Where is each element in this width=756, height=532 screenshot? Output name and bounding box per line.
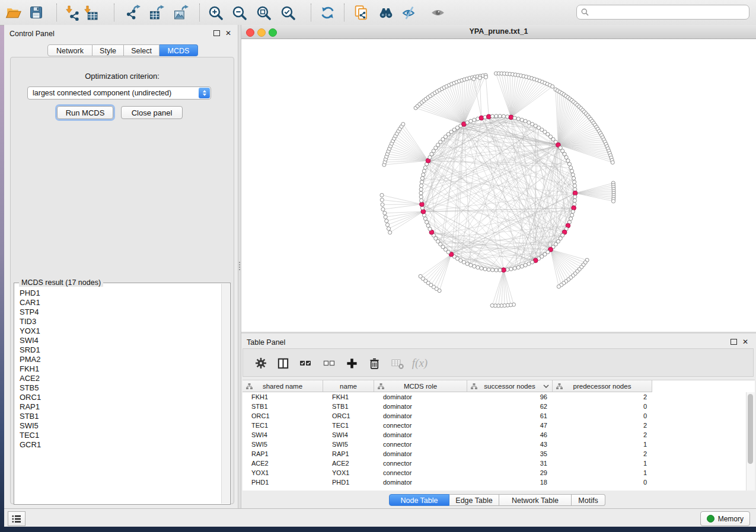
export-image-button[interactable]	[171, 2, 191, 23]
table-row[interactable]: RAP1RAP1dominator352	[243, 449, 652, 459]
mcds-result-item[interactable]: TEC1	[20, 431, 222, 440]
graph-leaf-node[interactable]	[381, 207, 385, 211]
export-network-button[interactable]	[123, 2, 143, 23]
graph-node[interactable]	[473, 265, 476, 268]
graph-node[interactable]	[491, 268, 495, 272]
tab-select[interactable]: Select	[124, 44, 160, 56]
mcds-result-item[interactable]: ORC1	[20, 393, 222, 402]
graph-node[interactable]	[498, 268, 502, 272]
graph-node[interactable]	[520, 118, 524, 121]
graph-node[interactable]	[573, 198, 576, 202]
graph-leaf-node[interactable]	[611, 161, 614, 164]
mcds-result-item[interactable]: SWI4	[20, 336, 222, 345]
graph-node[interactable]	[469, 264, 473, 267]
table-settings-button[interactable]	[252, 354, 270, 372]
graph-leaf-node[interactable]	[381, 203, 384, 206]
graph-node[interactable]	[524, 119, 527, 123]
mcds-result-item[interactable]: TID3	[20, 317, 222, 326]
graph-node[interactable]	[573, 180, 576, 184]
graph-node[interactable]	[573, 184, 576, 187]
graph-leaf-node[interactable]	[384, 215, 387, 219]
graph-node[interactable]	[570, 213, 574, 217]
tab-style[interactable]: Style	[92, 44, 124, 56]
graph-leaf-node[interactable]	[478, 76, 481, 79]
graph-node[interactable]	[495, 268, 498, 272]
memory-button[interactable]: Memory	[700, 511, 750, 526]
graph-node[interactable]	[473, 118, 476, 121]
graph-node[interactable]	[422, 169, 426, 173]
graph-node[interactable]	[566, 159, 570, 162]
search-input[interactable]	[589, 8, 739, 17]
mcds-result-item[interactable]: STB1	[20, 412, 222, 421]
graph-node[interactable]	[516, 117, 520, 121]
graph-node[interactable]	[531, 260, 534, 264]
graph-node[interactable]	[502, 114, 505, 118]
graph-leaf-node[interactable]	[611, 200, 615, 203]
graph-node[interactable]	[476, 265, 480, 269]
deselect-all-button[interactable]	[320, 354, 338, 372]
select-all-button[interactable]	[296, 354, 314, 372]
table-scrollbar[interactable]	[746, 392, 755, 491]
graph-node[interactable]	[491, 114, 495, 118]
graph-node[interactable]	[513, 116, 516, 120]
graph-leaf-node[interactable]	[419, 274, 422, 278]
mcds-result-item[interactable]: SWI5	[20, 421, 222, 431]
graph-node[interactable]	[572, 177, 576, 180]
graph-leaf-node[interactable]	[557, 285, 560, 289]
mcds-result-item[interactable]: YOX1	[20, 326, 222, 336]
graph-node[interactable]	[570, 169, 574, 173]
tab-edge-table[interactable]: Edge Table	[449, 494, 499, 506]
float-panel-icon[interactable]	[213, 30, 220, 36]
graph-node[interactable]	[480, 267, 483, 270]
graph-node[interactable]	[498, 114, 502, 118]
hide-selected-button[interactable]	[399, 2, 419, 23]
graph-hub-node[interactable]	[502, 268, 506, 273]
tab-mcds[interactable]: MCDS	[160, 44, 198, 56]
column-header-MCDS-role[interactable]: MCDS role	[374, 380, 467, 392]
table-row[interactable]: FKH1FKH1dominator962	[243, 392, 652, 402]
mcds-result-item[interactable]: GCR1	[20, 440, 222, 450]
search-field[interactable]	[576, 5, 749, 20]
graph-hub-node[interactable]	[420, 202, 425, 207]
mcds-result-scrollbar[interactable]	[221, 284, 229, 504]
graph-hub-node[interactable]	[509, 115, 513, 120]
table-row[interactable]: YOX1YOX1connector291	[243, 468, 652, 477]
graph-node[interactable]	[513, 267, 516, 270]
clone-network-button[interactable]	[351, 2, 371, 23]
graph-leaf-node[interactable]	[380, 198, 384, 201]
graph-node[interactable]	[569, 217, 573, 220]
graph-node[interactable]	[483, 267, 487, 271]
graph-node[interactable]	[423, 166, 427, 169]
graph-node[interactable]	[419, 188, 423, 191]
network-canvas[interactable]	[241, 39, 756, 332]
graph-hub-node[interactable]	[421, 209, 426, 214]
show-all-button[interactable]	[428, 2, 448, 23]
import-network-button[interactable]	[62, 2, 82, 23]
graph-leaf-node[interactable]	[388, 230, 392, 234]
mcds-result-item[interactable]: PHD1	[20, 289, 222, 298]
table-row[interactable]: STB1STB1dominator620	[243, 402, 652, 411]
graph-hub-node[interactable]	[572, 206, 576, 210]
graph-leaf-node[interactable]	[551, 85, 554, 88]
graph-leaf-node[interactable]	[387, 227, 390, 230]
graph-node[interactable]	[495, 114, 498, 118]
close-panel-icon[interactable]: ✕	[742, 339, 748, 345]
mcds-result-item[interactable]: CAR1	[20, 298, 222, 307]
import-table-button[interactable]	[80, 2, 100, 23]
graph-node[interactable]	[422, 173, 425, 177]
export-table-button[interactable]	[146, 2, 167, 23]
graph-leaf-node[interactable]	[484, 75, 487, 79]
tab-network-table[interactable]: Network Table	[499, 494, 572, 506]
graph-node[interactable]	[426, 224, 430, 227]
mcds-result-item[interactable]: FKH1	[20, 364, 222, 374]
graph-node[interactable]	[420, 184, 423, 187]
run-mcds-button[interactable]: Run MCDS	[57, 106, 113, 119]
graph-leaf-node[interactable]	[385, 219, 388, 223]
zoom-selected-button[interactable]	[277, 2, 298, 23]
tab-network[interactable]: Network	[47, 44, 92, 56]
column-header-name[interactable]: name	[323, 380, 374, 392]
mcds-result-item[interactable]: SRD1	[20, 345, 222, 355]
graph-node[interactable]	[571, 173, 575, 177]
graph-node[interactable]	[569, 166, 573, 169]
graph-node[interactable]	[571, 210, 575, 213]
